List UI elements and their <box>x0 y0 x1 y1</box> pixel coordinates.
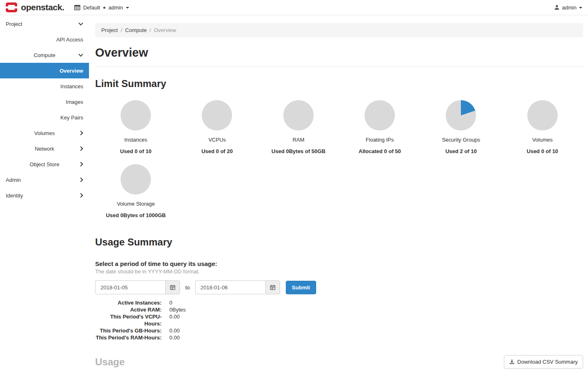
sidebar-item-api-access[interactable]: API Access <box>0 32 89 47</box>
limit-summary-grid: Instances Used 0 of 10 VCPUs Used 0 of 2… <box>95 100 583 218</box>
usage-summary-title: Usage Summary <box>95 236 583 248</box>
sidebar-item-label: Overview <box>6 68 83 74</box>
brand-wordmark: openstack. <box>21 2 64 12</box>
date-to-input[interactable] <box>195 280 265 294</box>
stat-row: This Period's RAM-Hours: 0.00 <box>95 334 583 341</box>
quota-usage-text: Allocated 0 of 50 <box>339 148 420 154</box>
stat-value: 0.00 <box>169 334 180 341</box>
download-csv-label: Download CSV Summary <box>517 359 578 365</box>
limit-summary-title: Limit Summary <box>95 78 583 89</box>
sidebar-item-key-pairs[interactable]: Key Pairs <box>0 110 89 125</box>
sidebar-item-volumes[interactable]: Volumes <box>0 125 89 141</box>
sidebar-item-images[interactable]: Images <box>0 94 89 110</box>
sidebar-item-label: Admin <box>6 177 83 183</box>
stat-value: 0 <box>169 299 172 306</box>
sidebar-item-compute[interactable]: Compute <box>0 47 89 63</box>
sidebar-item-project[interactable]: Project <box>0 16 89 32</box>
user-name-label: admin <box>562 5 577 11</box>
sidebar-item-network[interactable]: Network <box>0 141 89 156</box>
quota-pie-chart <box>365 100 395 131</box>
quota-usage-text: Used 0 of 10 <box>502 148 583 154</box>
breadcrumb-separator: / <box>147 27 154 33</box>
quota-pie-chart <box>121 164 151 195</box>
stat-label: This Period's RAM-Hours: <box>95 334 162 341</box>
quota-label: Floating IPs <box>339 137 420 143</box>
sidebar-item-admin[interactable]: Admin <box>0 172 89 188</box>
usage-table-title: Usage <box>95 356 125 368</box>
quota-usage-text: Used 2 of 10 <box>420 148 501 154</box>
stat-value: 0.00 <box>169 327 180 334</box>
quota-label: VCPUs <box>176 137 258 143</box>
date-from-calendar-button[interactable] <box>165 280 180 294</box>
top-bar: openstack. Default ● admin admin <box>0 0 588 15</box>
quota-label: Security Groups <box>420 137 501 143</box>
openstack-brand[interactable]: openstack. <box>6 2 64 12</box>
limit-card-ram: RAM Used 0Bytes of 50GB <box>258 100 339 154</box>
sidebar-item-label: Project <box>6 21 83 27</box>
date-from-input[interactable] <box>95 280 165 294</box>
stat-row: Active Instances: 0 <box>95 299 583 306</box>
sidebar-item-label: Identity <box>6 193 83 199</box>
breadcrumb-project[interactable]: Project <box>101 27 118 33</box>
quota-label: Volumes <box>502 137 583 143</box>
submit-button[interactable]: Submit <box>286 281 316 294</box>
quota-pie-chart <box>202 100 232 131</box>
main-content: Project/Compute/Overview Overview Limit … <box>89 15 588 369</box>
sidebar-item-label: Key Pairs <box>6 115 83 121</box>
sidebar-item-instances[interactable]: Instances <box>0 78 89 94</box>
sidebar-nav: Project API Access Compute Overview Inst… <box>0 15 89 203</box>
usage-table-header: Usage Download CSV Summary <box>95 355 583 369</box>
sidebar-item-label: Volumes <box>6 130 83 136</box>
context-separator: ● <box>103 5 106 10</box>
domain-icon <box>74 5 80 10</box>
sidebar-item-label: Network <box>6 146 83 152</box>
sidebar-item-label: Compute <box>6 52 83 58</box>
usage-stats: Active Instances: 0 Active RAM: 0Bytes T… <box>95 299 583 341</box>
stat-value: 0Bytes <box>169 306 186 313</box>
user-icon <box>554 5 560 10</box>
sidebar-item-label: API Access <box>6 37 83 43</box>
quota-pie-chart <box>446 100 476 131</box>
divider <box>95 66 583 67</box>
stat-label: Active RAM: <box>95 306 162 313</box>
breadcrumb-compute[interactable]: Compute <box>125 27 147 33</box>
stat-label: This Period's VCPU-Hours: <box>95 313 162 327</box>
sidebar-item-overview[interactable]: Overview <box>0 63 89 78</box>
limit-card-floating-ips: Floating IPs Allocated 0 of 50 <box>339 100 420 154</box>
limit-card-volumes: Volumes Used 0 of 10 <box>502 100 583 154</box>
chevron-down-icon <box>126 7 129 9</box>
quota-label: RAM <box>258 137 339 143</box>
context-domain-label: Default <box>83 5 100 11</box>
limit-card-volume-storage: Volume Storage Used 0Bytes of 1000GB <box>95 164 176 218</box>
date-to-group <box>195 280 280 294</box>
quota-usage-text: Used 0Bytes of 1000GB <box>95 212 176 218</box>
download-icon <box>509 359 515 364</box>
sidebar-item-label: Object Store <box>6 161 83 167</box>
sidebar-item-label: Instances <box>6 83 83 89</box>
quota-usage-text: Used 0 of 20 <box>176 148 258 154</box>
date-range-form: to Submit <box>95 280 583 294</box>
openstack-logo-icon <box>6 2 17 12</box>
breadcrumb-separator: / <box>118 27 125 33</box>
quota-usage-text: Used 0Bytes of 50GB <box>258 148 339 154</box>
quota-label: Volume Storage <box>95 201 176 207</box>
stat-label: Active Instances: <box>95 299 162 306</box>
breadcrumb-current: Overview <box>154 27 176 33</box>
sidebar-item-object-store[interactable]: Object Store <box>0 156 89 172</box>
download-csv-button[interactable]: Download CSV Summary <box>504 355 583 369</box>
project-context-switcher[interactable]: Default ● admin <box>74 5 129 11</box>
breadcrumb: Project/Compute/Overview <box>95 23 583 37</box>
limit-card-instances: Instances Used 0 of 10 <box>95 100 176 154</box>
limit-card-security-groups: Security Groups Used 2 of 10 <box>420 100 501 154</box>
limit-card-vcpus: VCPUs Used 0 of 20 <box>176 100 258 154</box>
sidebar-item-identity[interactable]: Identity <box>0 188 89 203</box>
to-label: to <box>184 284 191 291</box>
context-project-label: admin <box>109 5 123 11</box>
page-title: Overview <box>95 46 583 60</box>
chevron-down-icon <box>579 7 582 9</box>
user-menu[interactable]: admin <box>554 5 582 11</box>
stat-row: This Period's VCPU-Hours: 0.00 <box>95 313 583 327</box>
date-to-calendar-button[interactable] <box>265 280 280 294</box>
date-format-hint: The date should be in YYYY-MM-DD format. <box>95 268 583 275</box>
quota-label: Instances <box>95 137 176 143</box>
